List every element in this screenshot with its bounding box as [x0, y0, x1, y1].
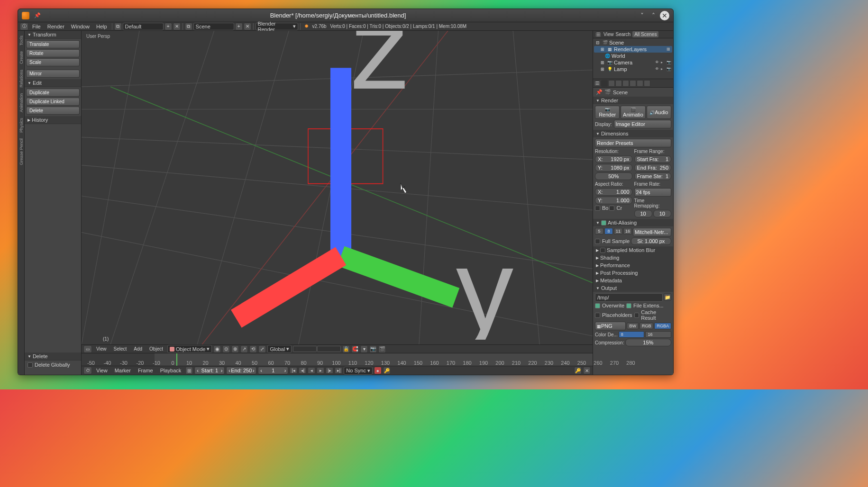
vp-menu-object[interactable]: Object [146, 346, 166, 352]
manipulator-toggle[interactable]: ⊕ [231, 345, 239, 353]
play-button[interactable]: ▸ [317, 367, 324, 374]
end-frame-prop-field[interactable]: End Fra:250 [634, 164, 672, 171]
properties-body[interactable]: ▼Render 📷Render 🎬Animatio 🔊Audio Display… [593, 97, 673, 375]
prev-key-button[interactable]: ◂| [299, 367, 306, 374]
tab-renderlayers-icon[interactable] [608, 80, 615, 87]
lock-camera-icon[interactable]: 🔒 [342, 345, 350, 353]
remap-old-field[interactable]: 10 [634, 210, 652, 217]
rgba-button[interactable]: RGBA [654, 323, 671, 329]
editor-type-properties-icon[interactable]: ☰ [594, 81, 601, 86]
aa-toggle-checkbox[interactable] [601, 220, 606, 225]
output-path-field[interactable]: /tmp/ [595, 293, 663, 302]
outliner-world-row[interactable]: 🌐World [594, 53, 672, 59]
res-y-field[interactable]: Y:1080 px [595, 164, 632, 171]
display-select[interactable]: Image Editor [614, 120, 671, 128]
editor-type-outliner-icon[interactable]: ☰ [595, 32, 602, 37]
duplicate-linked-button[interactable]: Duplicate Linked [26, 98, 80, 106]
render-anim-button[interactable]: 🎬Animatio [621, 106, 645, 119]
tl-menu-frame[interactable]: Frame [135, 367, 156, 374]
outliner[interactable]: ⊟🎬Scene ⊞▦RenderLayers▦ 🌐World ⊞📷Camera👁… [593, 38, 673, 79]
tab-modifiers-icon[interactable] [644, 80, 650, 87]
editor-type-3dview-icon[interactable]: ▭ [83, 345, 92, 353]
shading-header[interactable]: ▶Shading [593, 254, 673, 262]
play-reverse-button[interactable]: ◂ [308, 367, 315, 374]
tab-object-icon[interactable] [630, 80, 636, 87]
titlebar[interactable]: 📌 Blender* [/home/sergiy/Документы/untit… [18, 9, 673, 22]
tab-physics[interactable]: Physics [18, 115, 24, 135]
res-pct-field[interactable]: 50% [595, 172, 632, 180]
back-button[interactable]: ⧉ [114, 23, 122, 30]
compression-field[interactable]: 15% [625, 339, 671, 346]
framerate-select[interactable]: 24 fps [634, 188, 672, 197]
output-header[interactable]: ▼Output [593, 284, 673, 292]
manip-scale-icon[interactable]: ⤢ [258, 345, 266, 353]
full-sample-checkbox[interactable]: Full Sample [595, 237, 630, 245]
render-anim-icon[interactable]: 🎬 [378, 345, 386, 353]
add-layout-button[interactable]: + [164, 23, 172, 30]
editor-type-icon[interactable]: ⓘ [20, 23, 28, 30]
post-processing-header[interactable]: ▶Post Processing [593, 269, 673, 277]
rgb-button[interactable]: RGB [640, 323, 654, 329]
autokey-toggle[interactable]: ● [374, 367, 382, 374]
layer-buttons[interactable] [293, 346, 341, 352]
aa-panel-header[interactable]: ▼Anti-Aliasing [593, 219, 673, 226]
tab-tools[interactable]: Tools [18, 33, 24, 48]
pin-icon[interactable]: 📌 [34, 12, 41, 19]
snap-toggle[interactable]: 🧲 [351, 345, 359, 353]
outliner-renderlayers-row[interactable]: ⊞▦RenderLayers▦ [594, 46, 672, 53]
tab-world-icon[interactable] [622, 80, 629, 87]
rotate-button[interactable]: Rotate [26, 49, 80, 57]
editor-type-timeline-icon[interactable]: ⏱ [83, 367, 92, 374]
aa-filter-select[interactable]: Mitchell-Netr... [633, 228, 671, 236]
3d-viewport[interactable]: User Persp (1) z y [82, 31, 593, 344]
scale-button[interactable]: Scale [26, 58, 80, 66]
delete-globally-checkbox[interactable]: Delete Globally [25, 361, 81, 369]
frame-step-field[interactable]: Frame Ste:1 [634, 172, 672, 180]
aa-8-button[interactable]: 8 [604, 228, 613, 234]
menu-help[interactable]: Help [93, 23, 110, 30]
outliner-lamp-row[interactable]: ⊞💡Lamp👁▸📷 [594, 66, 672, 72]
tab-grease-pencil[interactable]: Grease Pencil [18, 135, 24, 168]
aa-5-button[interactable]: 5 [595, 228, 603, 234]
manip-rotate-icon[interactable]: ⟲ [249, 345, 257, 353]
sync-select[interactable]: No Sync▾ [344, 367, 373, 375]
aspect-y-field[interactable]: Y:1.000 [595, 197, 632, 204]
tl-menu-view[interactable]: View [93, 367, 110, 374]
keying-set-icon[interactable]: 🔑 [383, 367, 391, 374]
mode-select[interactable]: Object Mode▾ [167, 345, 212, 353]
screen-layout-select[interactable]: Default [123, 23, 164, 30]
menu-window[interactable]: Window [68, 23, 92, 30]
maximize-button[interactable]: ˄ [649, 11, 658, 20]
render-presets-select[interactable]: Render Presets [595, 139, 671, 147]
outliner-camera-row[interactable]: ⊞📷Camera👁▸📷 [594, 59, 672, 66]
jump-end-button[interactable]: ▸| [335, 367, 342, 374]
outliner-menu-view[interactable]: View [603, 32, 614, 37]
tl-menu-playback[interactable]: Playback [157, 367, 184, 374]
start-frame-prop-field[interactable]: Start Fra:1 [634, 155, 672, 163]
translate-button[interactable]: Translate [26, 40, 80, 48]
scene-select[interactable]: Scene [193, 23, 234, 30]
delete-key-button[interactable]: ✕ [583, 367, 591, 374]
render-engine-select[interactable]: Blender Render▾ [256, 23, 298, 30]
placeholders-checkbox[interactable]: Placeholders [595, 309, 632, 321]
start-frame-field[interactable]: ‹Start: 1› [194, 367, 225, 374]
vp-menu-view[interactable]: View [93, 346, 110, 352]
manip-translate-icon[interactable]: ↗ [240, 345, 248, 353]
transform-panel-header[interactable]: ▼Transform [25, 31, 81, 39]
filter-size-field[interactable]: Si: 1.000 px [631, 237, 672, 245]
insert-key-button[interactable]: 🔑 [574, 367, 582, 374]
remap-new-field[interactable]: 10 [653, 210, 671, 217]
metadata-header[interactable]: ▶Metadata [593, 277, 673, 284]
vp-menu-add[interactable]: Add [131, 346, 145, 352]
edit-panel-header[interactable]: ▼Edit [25, 79, 81, 87]
range-toggle[interactable]: ⊞ [185, 367, 193, 374]
overwrite-checkbox[interactable]: Overwrite [595, 303, 624, 308]
dimensions-panel-header[interactable]: ▼Dimensions [593, 130, 673, 137]
minimize-button[interactable]: ˅ [637, 11, 647, 20]
render-audio-button[interactable]: 🔊Audio [647, 106, 671, 119]
render-button[interactable]: 📷Render [595, 106, 620, 119]
aspect-x-field[interactable]: X:1.000 [595, 188, 632, 196]
tab-scene-icon[interactable] [615, 80, 622, 87]
next-key-button[interactable]: |▸ [326, 367, 333, 374]
format-select[interactable]: ▦PNG [595, 322, 626, 330]
